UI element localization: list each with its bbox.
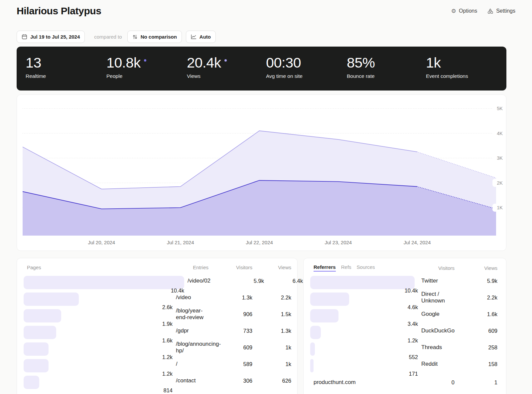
analytics-dashboard: Hilarious Platypus ⚙ Options Settings <box>0 0 532 394</box>
row-visitors: 6.4k <box>264 278 303 284</box>
options-label: Options <box>459 8 477 14</box>
table-row[interactable]: /5891k1.2k <box>24 357 291 374</box>
stat-label: Avg time on site <box>266 73 303 79</box>
row-visitors: 1.3k <box>252 328 291 334</box>
row-value-bar <box>24 276 184 289</box>
stat-event-completions: 1kEvent completions <box>426 55 468 79</box>
table-row[interactable]: /blog/year-end-review9061.5k1.9k <box>24 307 291 324</box>
referrers-panel: Referrers Refs Sources Visitors Views Tw… <box>303 258 506 394</box>
traffic-chart-card: 1K2K3K4K5KJul 20, 2024Jul 21, 2024Jul 22… <box>17 95 506 251</box>
table-row[interactable]: Twitter5.9k10.4k <box>310 274 497 291</box>
row-visitors: 158 <box>455 361 497 367</box>
pages-table-header: Pages Entries Visitors Views <box>24 264 291 270</box>
column-header-views: Views <box>455 265 497 271</box>
row-label: Google <box>418 311 455 317</box>
stat-avg-time-on-site: 00:30Avg time on site <box>266 55 303 79</box>
row-value-bar <box>24 376 39 389</box>
stat-label: Views <box>187 73 227 79</box>
app-header: Hilarious Platypus ⚙ Options Settings <box>17 5 515 17</box>
gear-icon: ⚙ <box>451 8 456 14</box>
row-label: / <box>173 361 208 367</box>
row-views: 1 <box>455 379 497 386</box>
options-button[interactable]: ⚙ Options <box>451 8 477 14</box>
referrers-table-header: Referrers Refs Sources Visitors Views <box>310 264 497 270</box>
header-actions: ⚙ Options Settings <box>451 8 515 14</box>
tab-refs[interactable]: Refs <box>341 264 351 271</box>
pages-table-body: /video/025.9k6.4k10.4k/video1.3k2.2k2.6k… <box>24 274 291 394</box>
row-label: Reddit <box>418 361 455 367</box>
row-label: Twitter <box>418 278 455 284</box>
series-dot-icon <box>224 59 227 62</box>
svg-text:Jul 22, 2024: Jul 22, 2024 <box>246 240 273 245</box>
column-header-visitors: Visitors <box>418 265 455 271</box>
page-title: Hilarious Platypus <box>17 5 101 17</box>
row-label: /blog/year-end-review <box>173 307 208 321</box>
row-value-bar <box>310 326 321 339</box>
row-label: /gdpr <box>173 327 208 334</box>
table-row-partial <box>24 391 291 394</box>
stat-bounce-rate: 85%Bounce rate <box>347 55 375 79</box>
row-entries: 1.3k <box>208 295 252 301</box>
date-range-label: Jul 19 to Jul 25, 2024 <box>30 34 80 40</box>
row-entries: 906 <box>208 311 252 317</box>
comparison-button[interactable]: No comparison <box>127 31 182 43</box>
svg-text:4K: 4K <box>497 131 503 136</box>
referrers-table-body: Twitter5.9k10.4kDirect / Unknown2.2k4.6k… <box>310 274 497 391</box>
row-visitors: 1k <box>252 344 291 351</box>
row-visitors: 626 <box>252 378 291 384</box>
row-entries: 589 <box>208 361 252 367</box>
stat-value: 20.4k <box>187 55 227 70</box>
stat-label: Realtime <box>26 73 46 79</box>
table-row[interactable]: Direct / Unknown2.2k4.6k <box>310 291 497 307</box>
column-header-visitors: Visitors <box>208 265 252 270</box>
row-label: /video/02 <box>184 278 220 284</box>
table-row[interactable]: DuckDuckGo6091.2k <box>310 324 497 341</box>
column-header-views: Views <box>252 265 291 270</box>
date-range-button[interactable]: Jul 19 to Jul 25, 2024 <box>17 31 85 43</box>
row-entries: 306 <box>208 378 252 384</box>
chart-mode-label: Auto <box>200 34 211 40</box>
arrows-up-down-icon <box>132 34 138 40</box>
table-row[interactable]: /video/025.9k6.4k10.4k <box>24 274 291 291</box>
row-value-bar <box>24 293 79 306</box>
svg-text:Jul 24, 2024: Jul 24, 2024 <box>404 240 431 245</box>
table-row[interactable]: producthunt.com01 <box>310 374 497 391</box>
series-dot-icon <box>144 59 146 62</box>
row-visitors: 0 <box>418 379 455 386</box>
svg-text:2K: 2K <box>497 180 503 186</box>
column-header-entries: Entries <box>173 265 208 270</box>
row-label: /contact <box>173 377 208 384</box>
settings-button[interactable]: Settings <box>487 8 515 14</box>
tab-referrers[interactable]: Referrers <box>314 264 336 272</box>
row-value-bar <box>24 359 49 372</box>
row-visitors: 1.6k <box>455 311 497 317</box>
stats-bar: 13Realtime10.8kPeople20.4kViews00:30Avg … <box>17 47 506 91</box>
chart-mode-button[interactable]: Auto <box>186 31 216 43</box>
row-value-bar <box>310 342 315 356</box>
row-visitors: 5.9k <box>455 278 497 284</box>
table-row[interactable]: Reddit158171 <box>310 357 497 374</box>
compared-to-label: compared to <box>94 34 122 40</box>
row-label: Direct / Unknown <box>418 291 455 304</box>
table-row[interactable]: /contact306626814 <box>24 374 291 391</box>
row-entries: 609 <box>208 344 252 351</box>
row-visitors: 2.2k <box>455 295 497 301</box>
stat-realtime: 13Realtime <box>26 55 46 79</box>
table-row[interactable]: /gdpr7331.3k1.6k <box>24 324 291 341</box>
row-label: /blog/announcing-hp/ <box>173 341 208 354</box>
traffic-chart-svg[interactable]: 1K2K3K4K5KJul 20, 2024Jul 21, 2024Jul 22… <box>17 95 506 251</box>
tab-sources[interactable]: Sources <box>357 264 375 271</box>
stat-value: 13 <box>26 55 46 70</box>
row-label: DuckDuckGo <box>418 327 455 334</box>
table-row[interactable]: /video1.3k2.2k2.6k <box>24 291 291 307</box>
comparison-label: No comparison <box>141 34 177 40</box>
settings-label: Settings <box>496 8 515 14</box>
table-row[interactable]: /blog/announcing-hp/6091k1.2k <box>24 341 291 357</box>
table-row[interactable]: Google1.6k3.4k <box>310 307 497 324</box>
stat-value: 1k <box>426 55 468 70</box>
row-visitors: 2.2k <box>252 295 291 301</box>
svg-text:5K: 5K <box>497 106 503 111</box>
stat-label: Event completions <box>426 73 468 79</box>
table-row[interactable]: Threads258552 <box>310 341 497 357</box>
stat-people: 10.8kPeople <box>106 55 146 79</box>
